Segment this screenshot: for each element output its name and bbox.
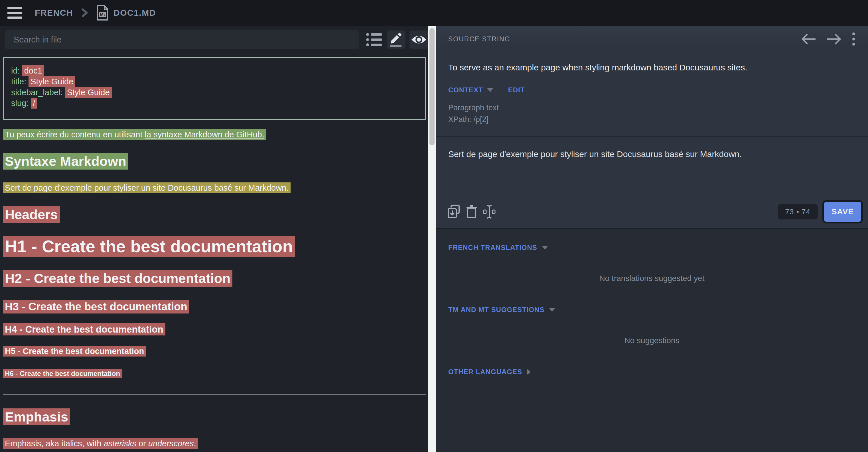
copy-source-button[interactable] <box>447 205 460 219</box>
save-button[interactable]: SAVE <box>824 202 861 222</box>
document-content: id: doc1title: Style Guidesidebar_label:… <box>3 57 426 452</box>
doc-block: Emphasis <box>3 409 426 425</box>
doc-block: H1 - Create the best documentation <box>3 236 426 257</box>
select-text-button[interactable] <box>483 204 496 219</box>
source-text: To serve as an example page when styling… <box>448 62 853 73</box>
suggestions-panel: FRENCH TRANSLATIONS No translations sugg… <box>436 230 868 376</box>
caret-down-icon <box>549 308 555 312</box>
horizontal-rule <box>3 394 426 395</box>
edit-context-button[interactable]: EDIT <box>508 86 525 94</box>
scrollbar-thumb[interactable] <box>429 28 435 146</box>
frontmatter-value-string[interactable]: doc1 <box>22 65 44 76</box>
translation-editor: FRENCH M↓ DOC1.MD <box>0 0 868 452</box>
arrow-right-icon <box>826 33 842 45</box>
context-toggle[interactable]: CONTEXT <box>448 86 493 94</box>
section-french-translations[interactable]: FRENCH TRANSLATIONS <box>448 244 548 252</box>
copy-icon <box>447 205 460 219</box>
document-scrollbar[interactable] <box>428 26 436 452</box>
doc-string[interactable]: Emphasis, aka italics, with asterisks or… <box>3 438 198 449</box>
kebab-icon <box>852 32 856 46</box>
text-cursor-icon <box>483 204 496 219</box>
editor-toolbar: 73 • 74 SAVE <box>436 198 868 228</box>
context-label: CONTEXT <box>448 86 483 94</box>
source-string-card: SOURCE STRING <box>436 26 868 229</box>
hamburger-icon <box>7 12 22 14</box>
doc-string[interactable]: Sert de page d'exemple pour styliser un … <box>3 183 290 193</box>
doc-string[interactable]: H6 - Create the best documentation <box>3 369 122 378</box>
context-info: Paragraph text XPath: /p[2] <box>448 102 499 125</box>
doc-string[interactable]: H2 - Create the best documentation <box>3 270 232 287</box>
frontmatter-block: id: doc1title: Style Guidesidebar_label:… <box>3 57 426 120</box>
delete-translation-button[interactable] <box>466 205 477 219</box>
doc-block: Syntaxe Markdown <box>3 153 426 169</box>
preview-button[interactable] <box>409 31 428 49</box>
doc-link[interactable]: la syntaxe Markdown de GitHub. <box>145 130 264 139</box>
frontmatter-value-string[interactable]: Style Guide <box>29 76 75 87</box>
section-label-text: FRENCH TRANSLATIONS <box>448 244 537 252</box>
section-label-text: OTHER LANGUAGES <box>448 368 522 376</box>
hamburger-icon <box>7 7 22 9</box>
doc-string[interactable]: Headers <box>3 206 60 223</box>
doc-block: H6 - Create the best documentation <box>3 369 426 378</box>
doc-block: H5 - Create the best documentation <box>3 346 426 357</box>
string-panel: SOURCE STRING <box>436 26 868 452</box>
doc-block: Tu peux écrire du contenu en utilisant l… <box>3 129 426 140</box>
frontmatter-value-string[interactable]: Style Guide <box>65 87 112 98</box>
doc-block: H3 - Create the best documentation <box>3 300 426 314</box>
next-string-button[interactable] <box>826 33 842 45</box>
doc-string[interactable]: H3 - Create the best documentation <box>3 300 189 314</box>
tm-empty-state: No suggestions <box>448 336 856 345</box>
frontmatter-key: slug: <box>11 99 31 108</box>
translation-input[interactable]: Sert de page d'exemple pour styliser un … <box>448 149 853 200</box>
context-type: Paragraph text <box>448 102 499 114</box>
doc-string[interactable]: H1 - Create the best documentation <box>3 236 295 257</box>
translations-empty-state: No translations suggested yet <box>448 274 856 283</box>
menu-button[interactable] <box>7 6 25 20</box>
previous-string-button[interactable] <box>801 33 816 45</box>
section-tm-mt-suggestions[interactable]: TM AND MT SUGGESTIONS <box>448 306 555 314</box>
arrow-left-icon <box>801 33 816 45</box>
card-header: SOURCE STRING <box>436 26 868 53</box>
pencil-icon <box>389 32 403 47</box>
search-input[interactable] <box>5 30 359 49</box>
doc-string[interactable]: H5 - Create the best documentation <box>3 346 146 357</box>
frontmatter-line: slug: / <box>11 98 418 108</box>
top-bar: FRENCH M↓ DOC1.MD <box>0 0 868 26</box>
frontmatter-key: id: <box>11 66 22 75</box>
breadcrumb-project[interactable]: FRENCH <box>35 8 73 18</box>
breadcrumb-file: DOC1.MD <box>114 8 156 18</box>
hamburger-icon <box>7 17 22 19</box>
doc-block: Emphasis, aka italics, with asterisks or… <box>3 438 426 449</box>
chevron-right-icon <box>81 7 88 19</box>
eye-icon <box>411 34 427 45</box>
doc-block: Headers <box>3 206 426 223</box>
strings-list-button[interactable] <box>366 31 383 48</box>
section-other-languages[interactable]: OTHER LANGUAGES <box>448 368 531 376</box>
document-blocks: Tu peux écrire du contenu en utilisant l… <box>3 129 426 452</box>
doc-block: H2 - Create the best documentation <box>3 270 426 287</box>
doc-string[interactable]: Tu peux écrire du contenu en utilisant l… <box>3 129 266 140</box>
context-xpath: XPath: /p[2] <box>448 114 499 125</box>
svg-text:M↓: M↓ <box>100 12 105 17</box>
list-icon <box>366 32 382 47</box>
markdown-file-icon: M↓ <box>96 5 109 21</box>
edit-mode-button[interactable] <box>387 31 405 49</box>
doc-string[interactable]: Emphasis <box>3 409 70 425</box>
char-counter: 73 • 74 <box>778 204 818 220</box>
frontmatter-key: sidebar_label: <box>11 88 65 97</box>
doc-string[interactable]: Syntaxe Markdown <box>3 153 128 169</box>
caret-right-icon <box>527 369 531 375</box>
frontmatter-key: title: <box>11 77 29 86</box>
frontmatter-value-string[interactable]: / <box>31 98 37 108</box>
divider <box>436 136 868 137</box>
context-row: CONTEXT EDIT <box>448 86 525 94</box>
more-options-button[interactable] <box>852 32 856 46</box>
trash-icon <box>466 205 477 219</box>
frontmatter-line: sidebar_label: Style Guide <box>11 87 418 98</box>
doc-block: H4 - Create the best documentation <box>3 323 426 335</box>
section-label-text: TM AND MT SUGGESTIONS <box>448 306 545 314</box>
doc-string[interactable]: H4 - Create the best documentation <box>3 323 165 335</box>
frontmatter-line: title: Style Guide <box>11 76 418 87</box>
caret-down-icon <box>487 88 493 92</box>
search-row <box>0 30 428 50</box>
